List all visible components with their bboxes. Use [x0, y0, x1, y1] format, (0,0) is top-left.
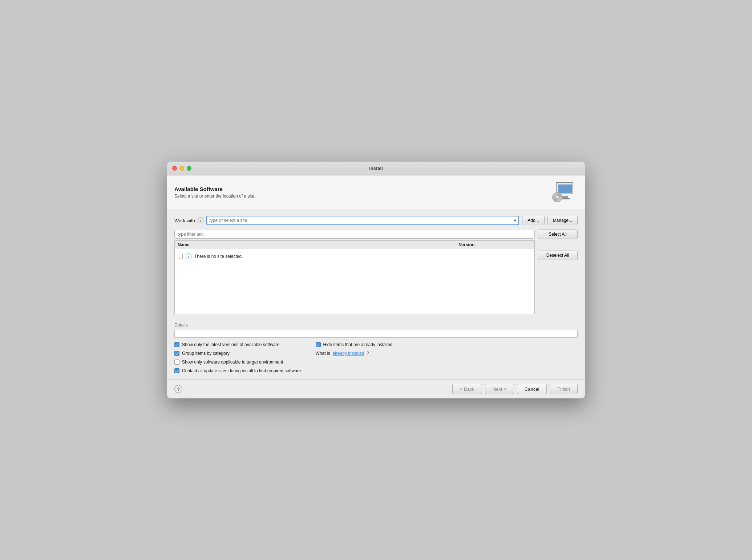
header-section: Available Software Select a site or ente…	[167, 175, 585, 209]
checkbox-row-3[interactable]: Show only software applicable to target …	[174, 360, 301, 365]
header-title: Available Software	[174, 186, 255, 192]
no-site-text: There is no site selected.	[194, 254, 243, 259]
next-button[interactable]: Next >	[485, 384, 514, 394]
work-with-row: Work with: i ▼ Add... Manage...	[174, 216, 578, 225]
details-bar	[174, 330, 578, 338]
header-subtitle: Select a site or enter the location of a…	[174, 194, 255, 199]
checkbox-contact-update-sites[interactable]	[174, 368, 179, 373]
footer: ? < Back Next > Cancel Finish	[167, 379, 585, 398]
table-area: Name Version i There is no site selected…	[174, 240, 535, 314]
site-input-wrapper: ▼	[206, 216, 519, 225]
monitor-screen	[558, 184, 572, 193]
minimize-button[interactable]	[179, 166, 184, 171]
install-icon	[552, 181, 578, 203]
titlebar: Install	[167, 162, 585, 175]
work-with-label: Work with: i	[174, 218, 203, 223]
checkbox-row-1[interactable]: Show only the latest versions of availab…	[174, 342, 301, 347]
already-installed-row: What is already installed ?	[316, 351, 393, 356]
right-checkbox-col: Hide items that are already installed Wh…	[316, 342, 393, 373]
maximize-button[interactable]	[187, 166, 191, 171]
checkbox-label-3: Show only software applicable to target …	[182, 360, 283, 365]
select-all-button[interactable]: Select All	[538, 230, 578, 239]
checkboxes-area: Show only the latest versions of availab…	[174, 342, 578, 379]
checkbox-latest-versions[interactable]	[174, 342, 179, 347]
checkbox-label-5: Hide items that are already installed	[323, 342, 393, 347]
left-checkbox-col: Show only the latest versions of availab…	[174, 342, 301, 373]
already-installed-link[interactable]: already installed	[333, 351, 364, 356]
table-header: Name Version	[174, 240, 535, 249]
checkbox-target-env[interactable]	[174, 360, 179, 365]
cancel-button[interactable]: Cancel	[517, 384, 547, 394]
checkbox-label-1: Show only the latest versions of availab…	[182, 342, 279, 347]
cd-icon	[552, 192, 562, 202]
checkbox-hide-installed[interactable]	[316, 342, 321, 347]
finish-button[interactable]: Finish	[550, 384, 578, 394]
right-buttons: Select All	[538, 230, 578, 239]
column-version: Version	[459, 242, 531, 247]
filter-row: Select All	[174, 230, 578, 239]
footer-buttons: < Back Next > Cancel Finish	[452, 384, 578, 394]
site-input[interactable]	[206, 216, 519, 225]
window-title: Install	[369, 166, 383, 171]
deselect-all-button[interactable]: Deselect All	[538, 251, 578, 260]
filter-input[interactable]	[174, 230, 535, 239]
checkbox-label-2: Group items by category	[182, 351, 230, 356]
checkbox-row-2[interactable]: Group items by category	[174, 351, 301, 356]
table-body: i There is no site selected.	[174, 249, 535, 314]
install-window: Install Available Software Select a site…	[167, 162, 585, 398]
main-content: Work with: i ▼ Add... Manage... Select A…	[167, 209, 585, 379]
no-site-checkbox[interactable]	[178, 254, 183, 259]
details-section: Details	[174, 320, 578, 338]
info-icon: i	[198, 218, 203, 223]
checkbox-row-5[interactable]: Hide items that are already installed	[316, 342, 393, 347]
back-button[interactable]: < Back	[452, 384, 482, 394]
help-button[interactable]: ?	[174, 385, 182, 393]
checkbox-label-4: Contact all update sites during install …	[182, 368, 301, 373]
add-button[interactable]: Add...	[522, 216, 544, 225]
details-label: Details	[174, 320, 578, 330]
already-installed-suffix: ?	[367, 351, 369, 356]
no-site-info-icon: i	[186, 253, 191, 259]
checkbox-group-by-category[interactable]	[174, 351, 179, 356]
no-site-row: i There is no site selected.	[178, 252, 531, 261]
dropdown-arrow-icon[interactable]: ▼	[513, 218, 517, 223]
header-text: Available Software Select a site or ente…	[174, 186, 255, 199]
checkbox-row-4[interactable]: Contact all update sites during install …	[174, 368, 301, 373]
cd-hole	[556, 196, 559, 199]
deselect-all-wrapper: Deselect All	[538, 251, 578, 260]
already-installed-prefix: What is	[316, 351, 330, 356]
table-area-wrapper: Name Version i There is no site selected…	[174, 240, 578, 314]
manage-button[interactable]: Manage...	[547, 216, 578, 225]
filter-table-area: Select All Name Version i There is no si…	[174, 230, 578, 314]
column-name: Name	[178, 242, 459, 247]
window-controls	[172, 166, 191, 171]
close-button[interactable]	[172, 166, 177, 171]
